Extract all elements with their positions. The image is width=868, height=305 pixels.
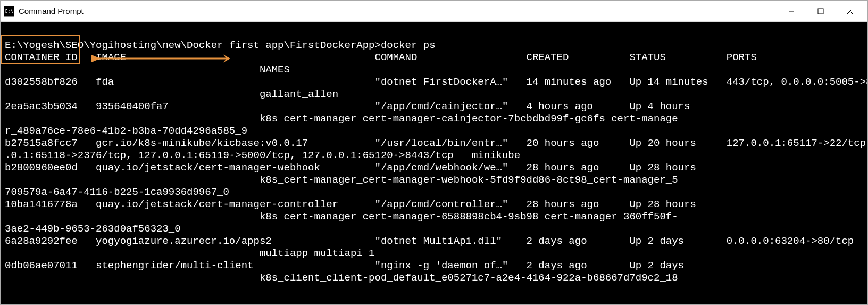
table-row: 3ae2-449b-9653-263d0af56323_0 (5, 223, 181, 235)
table-header: CONTAINER ID IMAGE COMMAND CREATED STATU… (5, 52, 757, 63)
table-row: k8s_client_client-pod_default_e05271c7-a… (5, 272, 678, 284)
window-controls (777, 1, 864, 22)
table-row: multiapp_multiapi_1 (5, 248, 375, 259)
table-row: gallant_allen (5, 88, 338, 100)
table-header-names: NAMES (5, 64, 290, 76)
maximize-button[interactable] (806, 1, 835, 22)
table-row: r_489a76ce-78e6-41b2-b3ba-70dd4296a585_9 (5, 125, 247, 137)
terminal-output[interactable]: E:\Yogesh\SEO\Yogihosting\new\Docker fir… (1, 22, 867, 304)
maximize-icon (817, 8, 824, 14)
table-row: 10ba1416778a quay.io/jetstack/cert-manag… (5, 199, 696, 210)
window-title: Command Prompt (19, 6, 777, 15)
svg-rect-1 (818, 9, 823, 14)
table-row: 0db06ae07011 stephengrider/multi-client … (5, 260, 684, 271)
minimize-icon (788, 8, 795, 14)
table-row: k8s_cert-manager_cert-manager-cainjector… (5, 113, 678, 125)
table-row: b2800960ee0d quay.io/jetstack/cert-manag… (5, 162, 696, 174)
close-icon (847, 8, 853, 14)
title-bar[interactable]: C:\ Command Prompt (1, 1, 867, 22)
prompt-line: E:\Yogesh\SEO\Yogihosting\new\Docker fir… (5, 39, 436, 51)
table-row: .0.1:65118->2376/tcp, 127.0.0.1:65119->5… (5, 150, 520, 161)
table-row: b27515a8fcc7 gcr.io/k8s-minikube/kicbase… (5, 137, 867, 149)
command-prompt-window: C:\ Command Prompt E:\Yogesh\SEO\Yogihos… (0, 0, 868, 305)
close-button[interactable] (835, 1, 864, 22)
table-row: k8s_cert-manager_cert-manager-webhook-5f… (5, 174, 678, 186)
table-row: d302558bf826 fda "dotnet FirstDockerA…" … (5, 76, 867, 88)
minimize-button[interactable] (777, 1, 806, 22)
table-row: k8s_cert-manager_cert-manager-6588898cb4… (5, 211, 678, 222)
command-prompt-icon: C:\ (4, 6, 14, 17)
table-row: 2ea5ac3b5034 935640400fa7 "/app/cmd/cain… (5, 101, 690, 112)
table-row: 6a28a9292fee yogyogiazure.azurecr.io/app… (5, 235, 854, 247)
table-row: 709579a-6a47-4116-b225-1ca9936d9967_0 (5, 186, 229, 198)
